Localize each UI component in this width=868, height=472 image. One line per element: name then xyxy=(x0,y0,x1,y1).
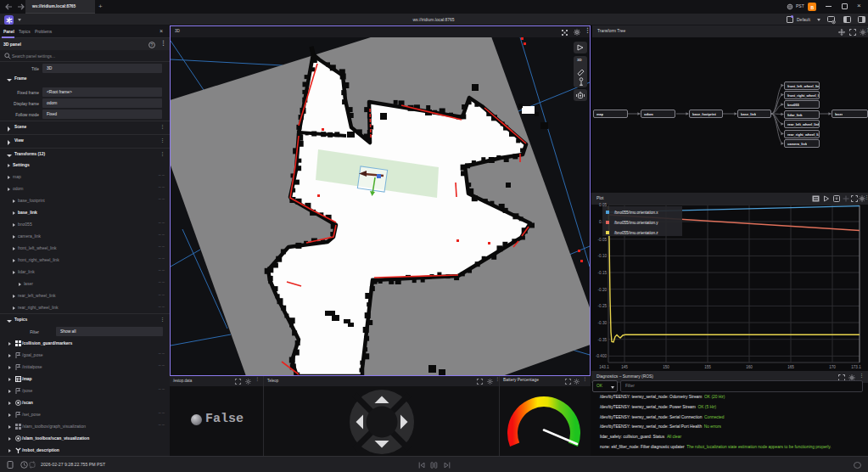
svg-text:170: 170 xyxy=(829,365,836,369)
svg-text:-0.10: -0.10 xyxy=(598,254,608,258)
svg-text:-0.05: -0.05 xyxy=(598,238,608,242)
svg-text:173.1: 173.1 xyxy=(851,365,861,369)
svg-text:155: 155 xyxy=(704,365,711,369)
svg-text:160: 160 xyxy=(746,365,753,369)
svg-text:-0.15: -0.15 xyxy=(598,271,608,275)
svg-text:165: 165 xyxy=(787,365,794,369)
svg-text:?: ? xyxy=(151,42,154,47)
svg-text:143.1: 143.1 xyxy=(599,365,609,369)
svg-text:150: 150 xyxy=(663,365,669,369)
svg-text:-0.35: -0.35 xyxy=(598,338,608,342)
svg-text:145: 145 xyxy=(621,365,628,369)
svg-text:-0.400: -0.400 xyxy=(596,354,607,358)
svg-text:-0.25: -0.25 xyxy=(598,304,608,308)
svg-text:-0.20: -0.20 xyxy=(598,288,608,292)
svg-text:-0.30: -0.30 xyxy=(598,321,608,325)
